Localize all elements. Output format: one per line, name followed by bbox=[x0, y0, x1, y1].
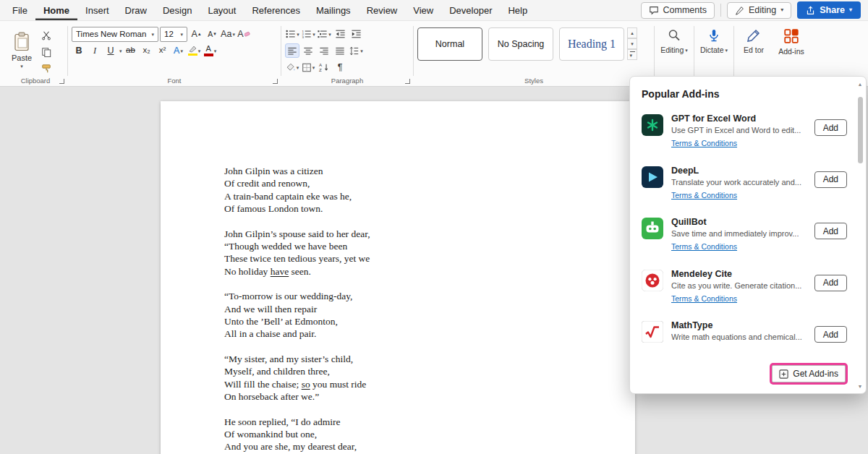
editor-label: Ed tor bbox=[744, 46, 764, 54]
editing-mode-button[interactable]: Editing ▾ bbox=[727, 2, 791, 19]
terms-and-conditions-link[interactable]: Terms & Conditions bbox=[671, 191, 737, 200]
poem-line: No holiday have seen. bbox=[224, 265, 635, 278]
shading-button[interactable]: ▾ bbox=[285, 60, 299, 74]
add-button[interactable]: Add bbox=[814, 119, 847, 136]
font-name-combobox[interactable]: Times New Roman ▾ bbox=[72, 27, 158, 42]
underline-button[interactable]: U bbox=[103, 43, 118, 58]
group-divider bbox=[733, 26, 734, 76]
show-formatting-button[interactable]: ¶ bbox=[333, 60, 347, 74]
borders-button[interactable]: ▾ bbox=[301, 60, 315, 74]
dialog-launcher-icon[interactable] bbox=[59, 79, 64, 84]
align-left-button[interactable] bbox=[285, 43, 299, 58]
font-size-combobox[interactable]: 12 ▾ bbox=[160, 27, 187, 42]
dictate-button[interactable]: Dictate▾ bbox=[695, 22, 733, 72]
justify-button[interactable] bbox=[333, 43, 347, 58]
scroll-up-icon[interactable]: ▲ bbox=[858, 80, 863, 88]
menu-tab-help[interactable]: Help bbox=[500, 0, 535, 20]
align-right-button[interactable] bbox=[317, 43, 331, 58]
decrease-indent-button[interactable] bbox=[333, 27, 347, 41]
styles-expand-button[interactable]: ▾ bbox=[627, 49, 637, 60]
menu-tab-home[interactable]: Home bbox=[35, 0, 77, 20]
chevron-down-icon: ▾ bbox=[151, 32, 154, 37]
comments-button[interactable]: Comments bbox=[641, 2, 715, 19]
addin-description: Write math equations and chemical... bbox=[671, 332, 802, 343]
terms-and-conditions-link[interactable]: Terms & Conditions bbox=[671, 139, 737, 147]
add-button[interactable]: Add bbox=[814, 223, 847, 239]
menu-tab-insert[interactable]: Insert bbox=[77, 0, 117, 20]
add-button[interactable]: Add bbox=[814, 171, 847, 188]
copy-button[interactable] bbox=[39, 46, 54, 58]
add-button[interactable]: Add bbox=[814, 275, 847, 291]
menu-tab-design[interactable]: Design bbox=[155, 0, 200, 20]
styles-scroll-up[interactable]: ▴ bbox=[627, 27, 637, 38]
format-painter-button[interactable] bbox=[39, 62, 54, 74]
cut-button[interactable] bbox=[39, 29, 54, 41]
add-ins-button[interactable]: Add-ins bbox=[773, 22, 810, 72]
text-effects-button[interactable]: A ▾ bbox=[171, 43, 186, 58]
poem-line: On horseback after we.” bbox=[224, 390, 635, 403]
sort-button[interactable]: AZ bbox=[317, 60, 331, 74]
paste-button[interactable]: Paste ▾ bbox=[7, 26, 36, 74]
poem-line: He soon replied, “I do admire bbox=[224, 416, 635, 428]
subscript-button[interactable]: x₂ bbox=[140, 43, 154, 58]
change-case-button[interactable]: Aa▾ bbox=[221, 27, 235, 41]
addin-item-quillbot: QuillBotSave time and immediately improv… bbox=[630, 210, 866, 262]
poem-line: Of credit and renown, bbox=[224, 177, 635, 189]
menu-tab-references[interactable]: References bbox=[244, 0, 307, 20]
sort-a-glyph: A bbox=[319, 62, 323, 67]
bullets-button[interactable]: ▾ bbox=[285, 27, 299, 41]
chevron-down-icon: ▾ bbox=[119, 48, 122, 53]
style-card-no-spacing[interactable]: No Spacing bbox=[488, 27, 553, 61]
gpt-for-excel-word-icon bbox=[642, 114, 663, 136]
menu-tab-mailings[interactable]: Mailings bbox=[308, 0, 359, 20]
document-page[interactable]: John Gilpin was a citizenOf credit and r… bbox=[161, 101, 635, 454]
poem-line: John Gilpin was a citizen bbox=[224, 165, 635, 177]
addin-description: Translate your work accurately and... bbox=[671, 177, 801, 188]
clear-formatting-button[interactable]: A bbox=[237, 27, 251, 41]
strikethrough-button[interactable]: ab bbox=[124, 43, 138, 58]
poem-line: “My sister, and my sister’s child, bbox=[224, 353, 635, 365]
scroll-down-icon[interactable]: ▼ bbox=[858, 382, 863, 390]
terms-and-conditions-link[interactable]: Terms & Conditions bbox=[671, 294, 737, 303]
grow-font-button[interactable]: A▴ bbox=[189, 27, 203, 41]
style-card-normal[interactable]: Normal bbox=[417, 27, 482, 61]
scrollbar-thumb[interactable] bbox=[858, 97, 863, 163]
styles-scroll-down[interactable]: ▾ bbox=[627, 38, 637, 49]
superscript-button[interactable]: x² bbox=[156, 43, 170, 58]
poem-line: All in a chaise and pair. bbox=[224, 327, 635, 340]
text-highlight-button[interactable]: ▾ bbox=[187, 43, 202, 58]
panel-scrollbar[interactable]: ▲ ▼ bbox=[856, 80, 864, 390]
bold-button[interactable]: B bbox=[72, 43, 86, 58]
group-divider bbox=[67, 26, 68, 76]
poem-line: These twice ten tedious years, yet we bbox=[224, 252, 635, 265]
style-card-heading-1[interactable]: Heading 1 bbox=[559, 27, 624, 61]
italic-button[interactable]: I bbox=[88, 43, 102, 58]
get-add-ins-button[interactable]: Get Add-ins bbox=[772, 365, 846, 382]
add-ins-list: GPT for Excel WordUse GPT in Excel and W… bbox=[630, 107, 866, 366]
shrink-font-button[interactable]: A▾ bbox=[205, 27, 219, 41]
terms-and-conditions-link[interactable]: Terms & Conditions bbox=[671, 242, 737, 251]
numbering-button[interactable]: 123 ▾ bbox=[301, 27, 315, 41]
poem-line: And we will then repair bbox=[224, 303, 635, 315]
menu-tab-file[interactable]: File bbox=[4, 0, 35, 20]
add-button[interactable]: Add bbox=[814, 326, 847, 343]
dialog-launcher-icon[interactable] bbox=[273, 79, 278, 84]
poem-line: And you are she, my dearest dear, bbox=[224, 440, 635, 453]
share-button[interactable]: Share ▾ bbox=[797, 1, 861, 19]
menu-tab-layout[interactable]: Layout bbox=[200, 0, 244, 20]
font-color-button[interactable]: A ▾ bbox=[203, 43, 218, 58]
menu-tab-review[interactable]: Review bbox=[359, 0, 406, 20]
multilevel-list-button[interactable]: ▾ bbox=[317, 27, 331, 41]
line-spacing-button[interactable]: ▾ bbox=[349, 43, 363, 58]
increase-indent-button[interactable] bbox=[349, 27, 363, 41]
align-center-button[interactable] bbox=[301, 43, 315, 58]
editor-button[interactable]: Ed tor bbox=[735, 22, 773, 72]
menu-tab-view[interactable]: View bbox=[405, 0, 441, 20]
editing-button[interactable]: Editing▾ bbox=[655, 22, 693, 72]
dialog-launcher-icon[interactable] bbox=[405, 79, 410, 84]
menu-tab-developer[interactable]: Developer bbox=[441, 0, 500, 20]
clipboard-group: Paste ▾ Clipboard bbox=[4, 21, 67, 86]
menu-tab-draw[interactable]: Draw bbox=[117, 0, 155, 20]
addin-item-mathtype: MathTypeWrite math equations and chemica… bbox=[630, 314, 866, 366]
quillbot-icon bbox=[642, 218, 663, 239]
